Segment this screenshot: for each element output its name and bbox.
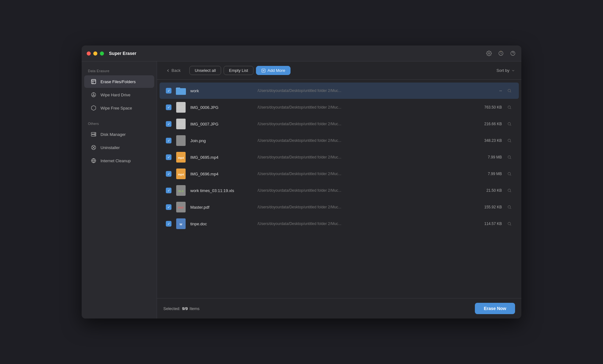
- file-name: IMG_0006.JPG: [190, 105, 253, 110]
- search-icon[interactable]: [506, 172, 513, 176]
- table-row[interactable]: ✓ mp4 IMG_0695.mp4 /Users/doyourdata/Des…: [160, 149, 519, 165]
- svg-line-52: [510, 191, 511, 192]
- file-checkbox[interactable]: ✓: [166, 204, 171, 210]
- svg-point-26: [508, 89, 510, 92]
- back-button[interactable]: Back: [163, 67, 183, 74]
- table-row[interactable]: ✓ W tinpe.doc /Users/doyourdata/Desktop/…: [160, 216, 519, 232]
- svg-text:XLS: XLS: [178, 190, 184, 193]
- table-row[interactable]: ✓ XLS work times_03:11:19.xls /Users/doy…: [160, 182, 519, 199]
- search-icon[interactable]: [506, 88, 513, 93]
- file-checkbox[interactable]: ✓: [166, 221, 171, 227]
- table-row[interactable]: ✓ IMG IMG_0007.JPG /Users/doyourdata/Des…: [160, 116, 519, 132]
- svg-line-27: [510, 92, 511, 93]
- help-icon[interactable]: [509, 50, 516, 57]
- file-size: 348.23 KB: [474, 138, 502, 143]
- svg-rect-38: [176, 135, 186, 146]
- file-size: 155.92 KB: [474, 205, 502, 209]
- table-row[interactable]: ✓ mp4 IMG_0696.mp4 /Users/doyourdata/Des…: [160, 166, 519, 182]
- sidebar-item-internet-cleanup[interactable]: Internet Cleanup: [84, 154, 154, 167]
- file-checkbox[interactable]: ✓: [166, 88, 171, 94]
- file-type-icon: [176, 86, 186, 96]
- file-name: Master.pdf: [190, 205, 253, 210]
- sort-by-label: Sort by: [497, 68, 509, 73]
- sidebar-item-disk-manager[interactable]: Disk Manager: [84, 128, 154, 141]
- sidebar-item-label: Wipe Free Space: [100, 106, 132, 110]
- file-size: 763.50 KB: [474, 105, 502, 110]
- titlebar-actions: [486, 50, 516, 57]
- file-type-icon: mp4: [176, 169, 186, 179]
- file-checkbox[interactable]: ✓: [166, 138, 171, 143]
- svg-rect-25: [176, 88, 186, 94]
- others-label: Others: [82, 119, 157, 127]
- search-icon[interactable]: [506, 222, 513, 226]
- table-row[interactable]: ✓ work /Users/doyourdata/Desktop/untitle…: [160, 83, 519, 99]
- empty-list-button[interactable]: Empty List: [224, 66, 253, 75]
- file-size: 7.99 MB: [474, 172, 502, 176]
- svg-point-47: [508, 172, 510, 175]
- items-label: Items: [190, 306, 200, 311]
- file-type-icon: PDF: [176, 202, 186, 212]
- unselect-all-button[interactable]: Unselect all: [189, 66, 221, 75]
- svg-point-31: [508, 106, 510, 108]
- search-icon[interactable]: [506, 105, 513, 110]
- search-icon[interactable]: [506, 205, 513, 209]
- sort-control[interactable]: Sort by: [497, 68, 515, 73]
- svg-rect-5: [91, 79, 96, 84]
- file-size: 216.66 KB: [474, 122, 502, 126]
- svg-line-60: [510, 225, 511, 226]
- file-type-icon: W: [176, 219, 186, 229]
- svg-text:IMG: IMG: [177, 105, 185, 110]
- erase-now-button[interactable]: Erase Now: [475, 303, 515, 314]
- sidebar-item-label: Erase Files/Folders: [100, 79, 136, 84]
- file-checkbox[interactable]: ✓: [166, 171, 171, 177]
- file-name: Join.png: [190, 138, 253, 143]
- maximize-button[interactable]: [100, 51, 104, 56]
- search-icon[interactable]: [506, 122, 513, 126]
- close-button[interactable]: [87, 51, 91, 56]
- toolbar-buttons: Unselect all Empty List Add More: [189, 66, 291, 75]
- svg-text:mp4: mp4: [178, 173, 184, 176]
- svg-point-51: [508, 189, 510, 191]
- disk-manager-icon: [90, 131, 97, 137]
- sidebar-item-uninstaller[interactable]: Uninstaller: [84, 141, 154, 154]
- file-size: --: [474, 88, 502, 93]
- file-path: /Users/doyourdata/Desktop/untitled folde…: [258, 188, 469, 193]
- file-type-icon: mp4: [176, 152, 186, 162]
- svg-point-12: [95, 133, 95, 134]
- svg-text:IMG: IMG: [177, 122, 185, 126]
- traffic-lights: [87, 51, 104, 56]
- sidebar-item-wipe-hard-drive[interactable]: Wipe Hard Drive: [84, 88, 154, 101]
- svg-text:PDF: PDF: [178, 206, 184, 209]
- titlebar: Super Eraser: [82, 46, 521, 62]
- file-path: /Users/doyourdata/Desktop/untitled folde…: [258, 222, 469, 226]
- sidebar-item-erase-files[interactable]: Erase Files/Folders: [84, 75, 154, 88]
- settings-icon[interactable]: [486, 50, 492, 57]
- svg-line-48: [510, 175, 511, 176]
- table-row[interactable]: ✓ PDF Master.pdf /Users/doyourdata/Deskt…: [160, 199, 519, 215]
- sidebar-item-label: Wipe Hard Drive: [100, 93, 130, 97]
- minimize-button[interactable]: [93, 51, 97, 56]
- file-size: 114.57 KB: [474, 222, 502, 226]
- svg-line-44: [510, 158, 511, 159]
- add-more-label: Add More: [268, 68, 285, 73]
- table-row[interactable]: ✓ IMG IMG_0006.JPG /Users/doyourdata/Des…: [160, 99, 519, 115]
- sidebar-item-wipe-free-space[interactable]: Wipe Free Space: [84, 102, 154, 114]
- svg-point-13: [95, 135, 95, 136]
- file-path: /Users/doyourdata/Desktop/untitled folde…: [258, 105, 469, 110]
- table-row[interactable]: ✓ Join.png /Users/doyourdata/Desktop/unt…: [160, 132, 519, 149]
- search-icon[interactable]: [506, 138, 513, 143]
- search-icon[interactable]: [506, 155, 513, 159]
- file-checkbox[interactable]: ✓: [166, 104, 171, 110]
- svg-point-36: [508, 122, 510, 125]
- wipe-free-space-icon: [90, 105, 97, 111]
- sidebar: Data Erasure Erase Files/Folders: [82, 62, 157, 318]
- file-checkbox[interactable]: ✓: [166, 154, 171, 160]
- add-more-button[interactable]: Add More: [256, 66, 291, 75]
- search-icon[interactable]: [506, 188, 513, 193]
- file-checkbox[interactable]: ✓: [166, 188, 171, 193]
- file-path: /Users/doyourdata/Desktop/untitled folde…: [258, 138, 469, 143]
- svg-text:mp4: mp4: [178, 156, 184, 159]
- history-icon[interactable]: [497, 50, 504, 57]
- file-checkbox[interactable]: ✓: [166, 121, 171, 127]
- file-name: work times_03:11:19.xls: [190, 188, 253, 193]
